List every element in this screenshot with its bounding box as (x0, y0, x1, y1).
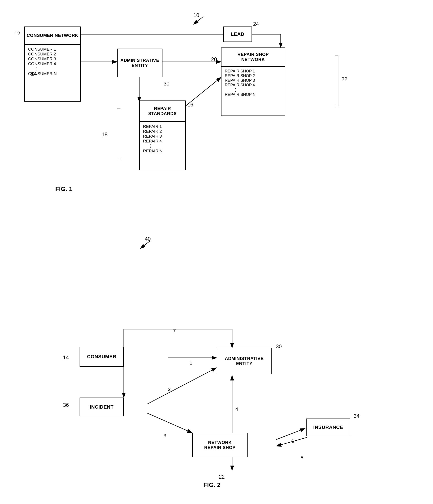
consumer-1: CONSUMER 1 (28, 47, 56, 52)
diagram-container: 10 12 CONSUMER NETWORK CONSUMER 1 CONSUM… (0, 0, 433, 504)
arrow-2: 2 (168, 387, 171, 392)
repair-shop-2: REPAIR SHOP 2 (225, 73, 255, 78)
network-repair-shop-box: NETWORK REPAIR SHOP (192, 433, 248, 457)
consumer-network-title: CONSUMER NETWORK (27, 33, 78, 38)
admin-entity-label-fig2: ADMINISTRATIVE ENTITY (225, 356, 264, 366)
ref-40: 40 (145, 236, 151, 242)
ref-14-fig1: 14 (31, 71, 37, 77)
repair-shop-1: REPAIR SHOP 1 (225, 69, 255, 73)
ref-16: 16 (187, 102, 193, 108)
repair-3: REPAIR 3 (143, 134, 162, 139)
repair-standards-title: REPAIR STANDARDS (148, 106, 177, 116)
ref-10: 10 (193, 12, 199, 18)
fig2-label: FIG. 2 (203, 481, 221, 488)
repair-1: REPAIR 1 (143, 124, 162, 129)
repair-2: REPAIR 2 (143, 129, 162, 134)
insurance-label: INSURANCE (313, 424, 343, 430)
arrow-6: 6 (291, 438, 294, 444)
repair-shop-3: REPAIR SHOP 3 (225, 78, 255, 83)
repair-shop-network-title: REPAIR SHOP NETWORK (237, 52, 269, 62)
arrow-3: 3 (164, 433, 166, 439)
consumer-3: CONSUMER 3 (28, 56, 56, 61)
fig1-label: FIG. 1 (55, 186, 73, 193)
ref-12: 12 (14, 30, 20, 37)
arrow-4: 4 (235, 406, 238, 412)
arrow-7: 7 (173, 328, 176, 334)
ref-22-fig2: 22 (219, 474, 225, 480)
insurance-box: INSURANCE (306, 419, 350, 436)
consumer-label-fig2: CONSUMER (87, 354, 116, 360)
incident-label: INCIDENT (90, 404, 114, 410)
consumer-network-box: CONSUMER NETWORK (24, 27, 81, 44)
incident-box: INCIDENT (80, 397, 124, 416)
consumer-2: CONSUMER 2 (28, 52, 56, 56)
repair-shop-list-box: REPAIR SHOP 1 REPAIR SHOP 2 REPAIR SHOP … (221, 66, 285, 116)
ref-30-fig1: 30 (164, 81, 170, 87)
ref-14-fig2: 14 (63, 354, 69, 361)
ref-20: 20 (211, 56, 217, 63)
network-repair-shop-label: NETWORK REPAIR SHOP (204, 440, 236, 450)
arrow-5: 5 (301, 455, 303, 461)
ref-30-fig2: 30 (276, 343, 282, 350)
lead-box: LEAD (223, 27, 252, 42)
repair-dots: ⋮ (143, 144, 153, 149)
arrow-1: 1 (190, 360, 192, 366)
ref-36: 36 (63, 402, 69, 408)
svg-line-29 (276, 428, 305, 440)
ref-34: 34 (354, 413, 360, 419)
svg-line-23 (147, 368, 217, 404)
ref-22-fig1: 22 (341, 76, 348, 82)
repair-n: REPAIR N (143, 149, 162, 153)
ref-24: 24 (253, 21, 259, 27)
consumer-4: CONSUMER 4 (28, 61, 56, 66)
repair-shop-4: REPAIR SHOP 4 (225, 83, 255, 88)
lead-label: LEAD (231, 31, 244, 37)
admin-entity-box-fig1: ADMINISTRATIVE ENTITY (117, 49, 162, 77)
svg-line-22 (147, 413, 192, 433)
repair-4: REPAIR 4 (143, 139, 162, 144)
repair-shop-dots: ⋮ (225, 88, 238, 92)
repair-shop-n: REPAIR SHOP N (225, 92, 256, 97)
repair-list-box: REPAIR 1 REPAIR 2 REPAIR 3 REPAIR 4 ⋮ RE… (139, 121, 186, 170)
repair-shop-network-box: REPAIR SHOP NETWORK (221, 47, 285, 66)
admin-entity-label-fig1: ADMINISTRATIVE ENTITY (120, 58, 159, 68)
consumer-box-fig2: CONSUMER (80, 347, 124, 367)
ref-18: 18 (102, 131, 108, 138)
admin-entity-box-fig2: ADMINISTRATIVE ENTITY (217, 348, 272, 374)
repair-standards-box: REPAIR STANDARDS (139, 100, 186, 121)
